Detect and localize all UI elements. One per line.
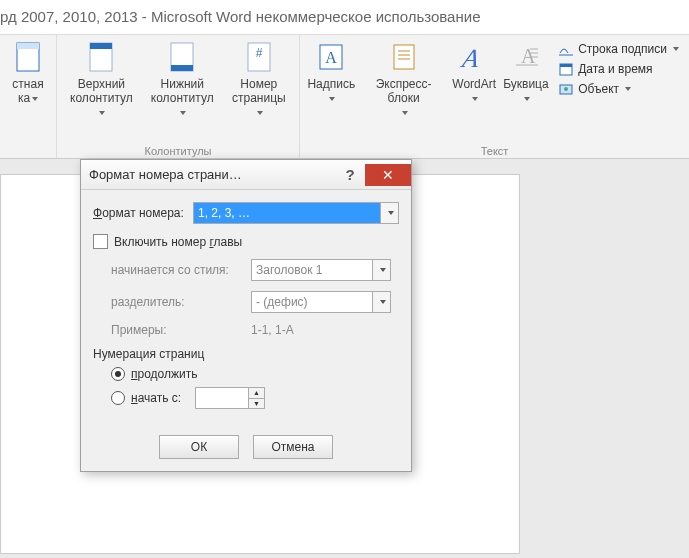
starts-style-value: Заголовок 1 — [252, 263, 372, 277]
group-label-headers: Колонтитулы — [61, 143, 295, 158]
number-format-label: Формат номера: — [93, 206, 193, 220]
svg-rect-22 — [560, 64, 572, 67]
group-label-text: Текст — [304, 143, 685, 158]
textbox-button[interactable]: A Надпись — [304, 37, 359, 105]
examples-label: Примеры: — [111, 323, 251, 337]
spinner-buttons[interactable]: ▲ ▼ — [248, 388, 264, 408]
signature-icon — [558, 41, 574, 57]
svg-rect-5 — [171, 65, 193, 71]
svg-text:A: A — [521, 45, 536, 67]
dialog-titlebar: Формат номера страни… ? ✕ — [81, 160, 411, 190]
starts-style-select[interactable]: Заголовок 1 — [251, 259, 391, 281]
quick-parts-icon — [388, 41, 420, 73]
svg-point-24 — [564, 87, 568, 91]
include-chapter-checkbox[interactable] — [93, 234, 108, 249]
dropdown-icon — [372, 292, 390, 312]
page-number-button[interactable]: # Номерстраницы — [223, 37, 295, 119]
signature-line-button[interactable]: Строка подписи — [558, 41, 679, 57]
svg-rect-3 — [90, 43, 112, 49]
separator-label: разделитель: — [111, 295, 251, 309]
dialog-help-button[interactable]: ? — [335, 164, 365, 186]
separator-value: - (дефис) — [252, 295, 372, 309]
continue-label: продолжить — [131, 367, 197, 381]
object-button[interactable]: Объект — [558, 81, 679, 97]
spinner-up-icon[interactable]: ▲ — [249, 388, 264, 399]
page-icon — [12, 41, 44, 73]
window-title: рд 2007, 2010, 2013 - Microsoft Word нек… — [0, 8, 480, 25]
dropdown-icon — [372, 260, 390, 280]
quick-parts-button[interactable]: Экспресс-блоки — [359, 37, 449, 119]
ribbon: стнаяка Верхнийколонтитул Нижнийколонтит… — [0, 34, 689, 159]
window-titlebar: рд 2007, 2010, 2013 - Microsoft Word нек… — [0, 0, 689, 34]
wordart-icon: A — [458, 41, 490, 73]
wordart-button[interactable]: A WordArt — [449, 37, 500, 105]
number-format-value: 1, 2, 3, … — [194, 203, 380, 223]
page-number-icon: # — [243, 41, 275, 73]
object-icon — [558, 81, 574, 97]
footer-icon — [166, 41, 198, 73]
cancel-button[interactable]: Отмена — [253, 435, 333, 459]
spinner-down-icon[interactable]: ▼ — [249, 399, 264, 409]
ribbon-group-text: A Надпись Экспресс-блоки A WordArt A — [300, 35, 689, 158]
examples-value: 1-1, 1-A — [251, 323, 294, 337]
svg-text:A: A — [460, 44, 482, 73]
separator-select[interactable]: - (дефис) — [251, 291, 391, 313]
calendar-icon — [558, 61, 574, 77]
start-at-radio[interactable] — [111, 391, 125, 405]
page-number-format-dialog: Формат номера страни… ? ✕ Формат номера:… — [80, 159, 412, 472]
include-chapter-label: Включить номер главы — [114, 235, 242, 249]
footer-button[interactable]: Нижнийколонтитул — [142, 37, 223, 119]
dialog-close-button[interactable]: ✕ — [365, 164, 411, 186]
number-format-select[interactable]: 1, 2, 3, … — [193, 202, 399, 224]
ribbon-group-headers-footers: Верхнийколонтитул Нижнийколонтитул # Ном… — [57, 35, 300, 158]
dropcap-icon: A — [510, 41, 542, 73]
svg-rect-1 — [17, 43, 39, 49]
document-area: Формат номера страни… ? ✕ Формат номера:… — [0, 159, 689, 558]
date-time-button[interactable]: Дата и время — [558, 61, 679, 77]
svg-text:A: A — [325, 49, 337, 66]
ribbon-group-partial: стнаяка — [0, 35, 57, 158]
dropdown-icon — [380, 203, 398, 223]
starts-style-label: начинается со стиля: — [111, 263, 251, 277]
text-side-list: Строка подписи Дата и время Объект — [552, 37, 685, 101]
close-icon: ✕ — [382, 167, 394, 183]
textbox-icon: A — [315, 41, 347, 73]
ribbon-button-partial[interactable]: стнаяка — [4, 37, 52, 105]
numbering-section-label: Нумерация страниц — [93, 347, 399, 361]
dialog-title: Формат номера страни… — [89, 167, 242, 182]
start-at-spinner[interactable]: ▲ ▼ — [195, 387, 265, 409]
header-button[interactable]: Верхнийколонтитул — [61, 37, 142, 119]
start-at-value — [196, 388, 248, 408]
start-at-label: начать с: — [131, 391, 195, 405]
svg-rect-10 — [394, 45, 414, 69]
continue-radio[interactable] — [111, 367, 125, 381]
ok-button[interactable]: ОК — [159, 435, 239, 459]
dropcap-button[interactable]: A Буквица — [500, 37, 552, 105]
svg-text:#: # — [255, 46, 262, 60]
header-icon — [85, 41, 117, 73]
